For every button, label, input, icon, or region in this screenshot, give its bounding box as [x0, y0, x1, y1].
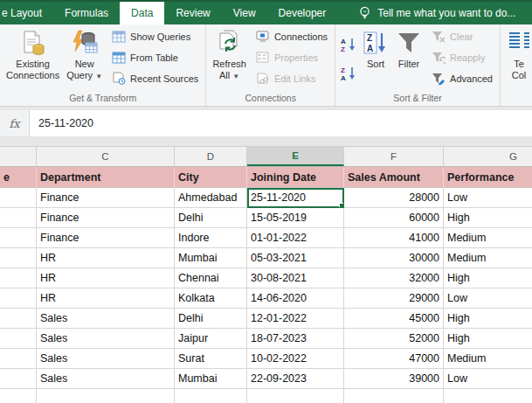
cell-F6[interactable]: 32000: [344, 268, 444, 288]
cell-G1[interactable]: Performance: [444, 167, 532, 188]
cell-D7[interactable]: Kolkata: [175, 288, 247, 309]
cell-F11[interactable]: 39000: [344, 369, 444, 389]
cell-E7[interactable]: 14-06-2020: [247, 288, 344, 309]
cell-G6[interactable]: High: [444, 268, 532, 288]
cell-G12[interactable]: [444, 389, 532, 403]
cell-B3[interactable]: [0, 208, 37, 228]
column-header-C[interactable]: C: [37, 147, 175, 166]
cell-E6[interactable]: 30-08-2021: [247, 268, 344, 288]
cell-D11[interactable]: Mumbai: [175, 369, 247, 389]
tab-data[interactable]: Data: [120, 2, 164, 24]
cell-E9[interactable]: 18-07-2023: [247, 329, 344, 349]
cell-B11[interactable]: [0, 369, 37, 389]
cell-B2[interactable]: [0, 188, 37, 208]
from-table-button[interactable]: From Table: [109, 52, 201, 64]
cell-D1[interactable]: City: [175, 167, 247, 188]
cell-G10[interactable]: Medium: [444, 349, 532, 369]
cell-G7[interactable]: Low: [444, 288, 532, 309]
cell-E2[interactable]: 25-11-2020: [247, 188, 344, 208]
cell-B9[interactable]: [0, 329, 37, 349]
cell-C12[interactable]: [37, 389, 175, 403]
fx-icon[interactable]: fx: [0, 110, 30, 136]
cell-D8[interactable]: Delhi: [175, 309, 247, 329]
new-query-button[interactable]: New Query ▼: [63, 26, 106, 92]
cell-C3[interactable]: Finance: [37, 208, 175, 228]
cell-E4[interactable]: 01-01-2022: [247, 228, 344, 248]
cell-F7[interactable]: 29000: [344, 288, 444, 309]
cell-C2[interactable]: Finance: [37, 188, 175, 208]
cell-E12[interactable]: [247, 389, 344, 403]
tab-e-layout[interactable]: e Layout: [0, 2, 53, 24]
cell-C8[interactable]: Sales: [37, 309, 175, 329]
filter-button[interactable]: Filter: [392, 26, 425, 92]
sort-ascending-button[interactable]: A Z: [340, 37, 357, 52]
cell-G9[interactable]: High: [444, 329, 532, 349]
formula-input[interactable]: [30, 110, 532, 136]
cell-E11[interactable]: 22-09-2023: [247, 369, 344, 389]
cell-C6[interactable]: HR: [37, 268, 175, 288]
refresh-all-button[interactable]: Refresh All ▼: [209, 26, 250, 92]
cell-D3[interactable]: Delhi: [175, 208, 247, 228]
cell-C5[interactable]: HR: [37, 248, 175, 268]
cell-E10[interactable]: 10-02-2022: [247, 349, 344, 369]
cell-F2[interactable]: 28000: [344, 188, 444, 208]
cell-D2[interactable]: Ahmedabad: [175, 188, 247, 208]
cell-B4[interactable]: [0, 228, 37, 248]
cell-B5[interactable]: [0, 248, 37, 268]
cell-F12[interactable]: [344, 389, 444, 403]
cell-D9[interactable]: Jaipur: [175, 329, 247, 349]
cell-D5[interactable]: Mumbai: [175, 248, 247, 268]
tab-view[interactable]: View: [222, 2, 267, 24]
advanced-filter-button[interactable]: Advanced: [429, 73, 495, 85]
cell-F3[interactable]: 60000: [344, 208, 444, 228]
cell-F1[interactable]: Sales Amount: [344, 167, 444, 188]
recent-sources-button[interactable]: Recent Sources: [109, 72, 201, 85]
cell-D12[interactable]: [175, 389, 247, 403]
cell-G3[interactable]: High: [444, 208, 532, 228]
column-header-F[interactable]: F: [344, 147, 444, 166]
tab-developer[interactable]: Developer: [267, 2, 338, 24]
cell-F10[interactable]: 47000: [344, 349, 444, 369]
cell-B8[interactable]: [0, 309, 37, 329]
cell-B10[interactable]: [0, 349, 37, 369]
cell-G5[interactable]: Medium: [444, 248, 532, 268]
cell-F8[interactable]: 45000: [344, 309, 444, 329]
column-header-B[interactable]: [0, 147, 37, 166]
cell-D4[interactable]: Indore: [175, 228, 247, 248]
cell-C11[interactable]: Sales: [37, 369, 175, 389]
cell-F4[interactable]: 41000: [344, 228, 444, 248]
show-queries-button[interactable]: Show Queries: [109, 31, 201, 43]
tab-formulas[interactable]: Formulas: [53, 2, 120, 24]
cell-G11[interactable]: Low: [444, 369, 532, 389]
cell-B12[interactable]: [0, 389, 37, 403]
cell-B1[interactable]: e: [0, 167, 37, 188]
text-to-columns-button-partial[interactable]: Te Col: [503, 26, 532, 102]
cell-D10[interactable]: Surat: [175, 349, 247, 369]
cell-E8[interactable]: 12-01-2022: [247, 309, 344, 329]
cell-C9[interactable]: Sales: [37, 329, 175, 349]
existing-connections-button[interactable]: Existing Connections: [3, 26, 63, 92]
sort-descending-button[interactable]: Z A: [340, 66, 357, 81]
cell-C7[interactable]: HR: [37, 288, 175, 309]
cell-D6[interactable]: Chennai: [175, 268, 247, 288]
cell-C1[interactable]: Department: [37, 167, 175, 188]
cell-E3[interactable]: 15-05-2019: [247, 208, 344, 228]
column-header-G[interactable]: G: [444, 147, 532, 166]
cell-C10[interactable]: Sales: [37, 349, 175, 369]
cell-G2[interactable]: Low: [444, 188, 532, 208]
cell-B6[interactable]: [0, 268, 37, 288]
cell-E5[interactable]: 05-03-2021: [247, 248, 344, 268]
cell-G4[interactable]: Medium: [444, 228, 532, 248]
column-header-D[interactable]: D: [175, 147, 247, 166]
cell-B7[interactable]: [0, 288, 37, 309]
cell-F5[interactable]: 30000: [344, 248, 444, 268]
tab-review[interactable]: Review: [164, 2, 221, 24]
cell-C4[interactable]: Finance: [37, 228, 175, 248]
cell-E1[interactable]: Joining Date: [247, 167, 344, 188]
tell-me-box[interactable]: Tell me what you want to do...: [358, 2, 515, 24]
sort-button[interactable]: Z A Sort: [359, 26, 392, 92]
connections-button[interactable]: Connections: [253, 31, 330, 42]
cell-G8[interactable]: High: [444, 309, 532, 329]
column-header-E[interactable]: E: [247, 147, 344, 166]
cell-F9[interactable]: 52000: [344, 329, 444, 349]
